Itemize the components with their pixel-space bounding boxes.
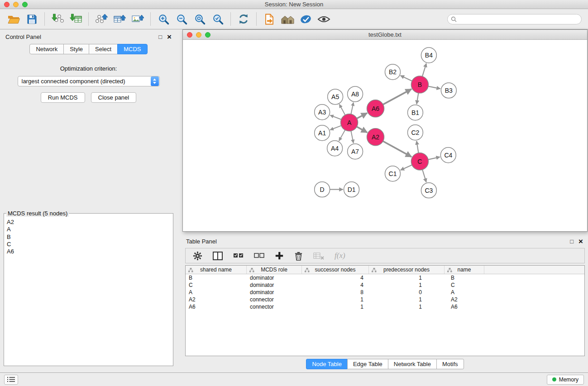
export-network-button[interactable] [92,11,110,27]
tab-motifs[interactable]: Motifs [436,359,464,369]
network-overview-button[interactable] [278,11,296,27]
close-window-button[interactable] [4,2,10,7]
network-zoom-button[interactable] [205,32,210,38]
column-header-shared-name[interactable]: shared name [186,266,247,274]
node-A6[interactable]: A6 [367,100,384,117]
edge-C-C4[interactable] [428,157,440,160]
zoom-window-button[interactable] [22,2,28,7]
node-A7[interactable]: A7 [348,144,363,159]
tab-style[interactable]: Style [63,44,89,54]
run-mcds-button[interactable]: Run MCDS [41,92,85,103]
export-image-button[interactable] [129,11,147,27]
delete-table-button[interactable] [313,252,324,260]
float-table-panel-icon[interactable]: □ [570,238,574,244]
task-history-button[interactable] [4,375,18,385]
tab-mcds[interactable]: MCDS [117,44,147,54]
show-column-button[interactable] [213,252,223,260]
edge-A2-C[interactable] [383,141,411,157]
edge-A-A4[interactable] [339,130,345,141]
node-B1[interactable]: B1 [407,105,423,120]
node-B4[interactable]: B4 [421,48,436,63]
column-header-predecessor-nodes[interactable]: predecessor nodes [369,266,445,274]
refresh-view-button[interactable] [234,11,253,27]
node-B3[interactable]: B3 [441,83,456,98]
mcds-result-item[interactable]: A [7,226,170,233]
float-panel-icon[interactable]: □ [158,34,162,40]
zoom-selected-button[interactable] [209,11,227,27]
apply-style-button[interactable] [296,11,315,27]
zoom-fit-button[interactable] [191,11,209,27]
close-table-panel-icon[interactable]: × [578,238,583,245]
edge-B-B2[interactable] [401,76,412,81]
tab-network-table[interactable]: Network Table [388,359,437,369]
node-A1[interactable]: A1 [315,125,330,141]
column-header-mcds-role[interactable]: MCDS role [247,266,302,274]
show-hide-button[interactable] [315,11,333,27]
node-C2[interactable]: C2 [407,125,423,140]
node-C4[interactable]: C4 [440,148,456,163]
tab-select[interactable]: Select [89,44,118,54]
table-row[interactable]: A6connector11A6 [186,303,584,310]
node-D1[interactable]: D1 [344,182,359,197]
network-close-button[interactable] [187,32,192,38]
network-canvas[interactable]: B4B2BB3A5A8A6B1A3AA1C2A2A4A7C4C1CC3DD1 [183,40,587,231]
zoom-out-button[interactable] [172,11,191,27]
table-settings-button[interactable] [193,251,202,261]
edge-A-A6[interactable] [357,113,367,119]
edge-B-B4[interactable] [422,63,426,76]
combo-stepper-icon[interactable] [151,76,159,86]
edge-C-C3[interactable] [422,170,426,182]
edge-B-B1[interactable] [416,93,418,104]
import-network-button[interactable] [48,11,67,27]
edge-C-C1[interactable] [401,165,412,170]
mcds-result-item[interactable]: A2 [7,219,170,226]
add-row-button[interactable] [275,251,284,260]
search-input[interactable] [459,16,578,23]
select-all-rows-button[interactable] [233,252,244,260]
node-C[interactable]: C [411,153,428,170]
save-session-button[interactable] [23,11,41,27]
table-row[interactable]: A2connector11A2 [186,296,584,303]
node-B[interactable]: B [411,76,428,93]
memory-button[interactable]: Memory [547,375,584,385]
edge-A-A1[interactable] [330,126,341,130]
node-A5[interactable]: A5 [328,89,343,105]
edge-A-A2[interactable] [357,127,367,133]
export-table-button[interactable] [110,11,129,27]
node-C3[interactable]: C3 [421,183,436,198]
open-session-button[interactable] [5,11,23,27]
edge-A6-B[interactable] [383,89,411,105]
edge-C-C2[interactable] [416,141,418,153]
table-row[interactable]: Adominator80A [186,289,584,296]
network-minimize-button[interactable] [196,32,201,38]
mcds-result-item[interactable]: A6 [7,248,170,255]
table-row[interactable]: Cdominator41C [186,281,584,289]
tab-node-table[interactable]: Node Table [306,359,348,369]
node-C1[interactable]: C1 [385,166,401,181]
edge-A-A3[interactable] [330,115,341,119]
mcds-result-item[interactable]: B [7,234,170,241]
table-row[interactable]: Bdominator41B [186,274,584,281]
tab-network[interactable]: Network [29,44,64,54]
apply-function-button[interactable]: f(x) [335,251,345,260]
node-D[interactable]: D [315,182,330,197]
edge-A-A8[interactable] [351,102,353,114]
network-window-titlebar[interactable]: testGlobe.txt [183,30,587,40]
search-field[interactable] [447,14,582,24]
mcds-result-item[interactable]: C [7,241,170,248]
column-header-successor-nodes[interactable]: successor nodes [302,266,369,274]
edge-A-A7[interactable] [351,131,353,143]
edge-A-A5[interactable] [339,105,345,115]
close-panel-icon[interactable]: × [167,33,172,41]
delete-rows-button[interactable] [294,251,303,261]
deselect-all-rows-button[interactable] [254,252,264,260]
zoom-in-button[interactable] [154,11,172,27]
optimization-criterion-select[interactable]: largest connected component (directed) [18,76,160,86]
import-table-button[interactable] [67,11,85,27]
network-canvas-svg[interactable]: B4B2BB3A5A8A6B1A3AA1C2A2A4A7C4C1CC3DD1 [183,40,587,231]
node-B2[interactable]: B2 [385,64,401,80]
close-panel-button[interactable]: Close panel [91,92,137,103]
open-network-file-button[interactable] [260,11,278,27]
node-A8[interactable]: A8 [348,86,363,102]
node-A2[interactable]: A2 [367,129,384,146]
